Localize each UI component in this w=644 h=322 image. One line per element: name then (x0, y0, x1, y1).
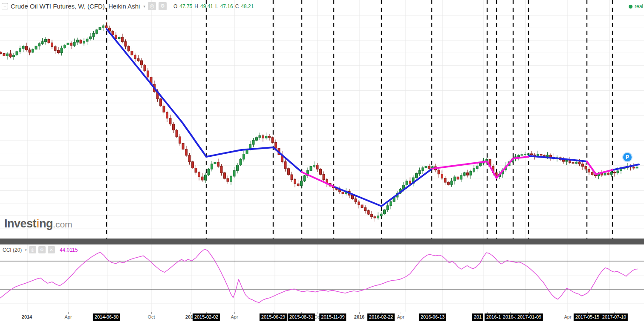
axis-label: Apr (64, 314, 72, 319)
axis-date-box: 2016-02-22 (367, 313, 395, 321)
collapse-pane-icon[interactable]: – (2, 3, 8, 9)
toggle-visibility-button[interactable]: ◎ (148, 2, 156, 10)
cci-current-value: 44.0115 (60, 247, 78, 253)
cci-settings-button[interactable]: ⚙ (38, 246, 46, 253)
axis-date-box: 2017-01-09 (516, 313, 543, 321)
axis-date-box: 201 (472, 313, 483, 321)
chevron-down-icon[interactable]: ▾ (143, 4, 145, 9)
cci-legend: CCI (20) ▾ ◎ ⚙ ✕ 44.0115 (3, 246, 78, 253)
axis-label: 2014 (22, 314, 32, 319)
axis-label: Apr (397, 314, 404, 319)
watermark-text2: ng (39, 217, 53, 230)
watermark-text: Invest (4, 217, 36, 230)
open-value: 47.75 (179, 3, 192, 9)
investing-watermark: Investing.com (4, 217, 72, 230)
watermark-tld: .com (53, 219, 72, 229)
axis-label: Apr (564, 314, 571, 319)
time-axis[interactable]: 2014Apr2014-06-30Oct20152015-02-02Apr201… (0, 312, 644, 322)
magenta-trendline[interactable] (587, 161, 612, 174)
pane-separator[interactable] (0, 239, 644, 244)
close-label: C (235, 3, 239, 9)
axis-label: Apr (231, 314, 238, 319)
axis-date-box: 2016-1 (485, 313, 502, 321)
high-label: H (194, 3, 198, 9)
close-value: 48.21 (241, 3, 254, 9)
open-label: O (173, 3, 177, 9)
axis-date-box: 2015-11-09 (319, 313, 346, 321)
axis-label: 2016 (354, 314, 364, 319)
magenta-trendline[interactable] (432, 157, 528, 178)
trendlines-layer[interactable] (107, 29, 639, 206)
cci-grid-layer (0, 244, 644, 312)
realtime-label: real (635, 3, 643, 9)
axis-date-box: 2017-07-10 (601, 313, 628, 321)
symbol-title[interactable]: Crude Oil WTI Futures, W, (CFD), Heikin … (11, 3, 140, 10)
low-label: L (215, 3, 218, 9)
cci-visibility-button[interactable]: ◎ (29, 246, 36, 253)
axis-date-box: 2015-08-31 (288, 313, 315, 321)
chevron-down-icon[interactable]: ▾ (25, 248, 27, 252)
price-pane[interactable] (0, 0, 644, 239)
heikin-ashi-candles-layer (0, 22, 638, 222)
ohlc-readout: O 47.75 H 49.41 L 47.16 C 48.21 (173, 3, 254, 9)
cci-indicator-pane[interactable] (0, 244, 644, 312)
axis-date-box: 2015-06-29 (260, 313, 287, 321)
settings-gear-button[interactable]: ⚙ (159, 2, 167, 10)
cci-close-button[interactable]: ✕ (48, 246, 55, 253)
cci-label[interactable]: CCI (20) (3, 247, 22, 253)
low-value: 47.16 (220, 3, 233, 9)
realtime-indicator: real (629, 3, 643, 9)
axis-date-box: 2017-05-15 (574, 313, 601, 321)
axis-date-box: 2014-06-30 (93, 313, 120, 321)
chart-application: Investing.com – Crude Oil WTI Futures, W… (0, 0, 644, 322)
axis-date-box: 2016-06-13 (419, 313, 446, 321)
cci-line (0, 249, 638, 302)
high-value: 49.41 (200, 3, 213, 9)
symbol-legend: – Crude Oil WTI Futures, W, (CFD), Heiki… (2, 2, 254, 10)
grid-layer (0, 0, 644, 239)
axis-label: Oct (147, 314, 155, 319)
realtime-dot-icon (629, 5, 632, 9)
blue-trendline[interactable] (528, 156, 587, 161)
publish-idea-badge[interactable]: P (623, 153, 632, 161)
blue-trendline[interactable] (107, 29, 302, 172)
axis-date-box: 2015-02-02 (193, 313, 220, 321)
watermark-orange-dot: i (36, 217, 39, 230)
